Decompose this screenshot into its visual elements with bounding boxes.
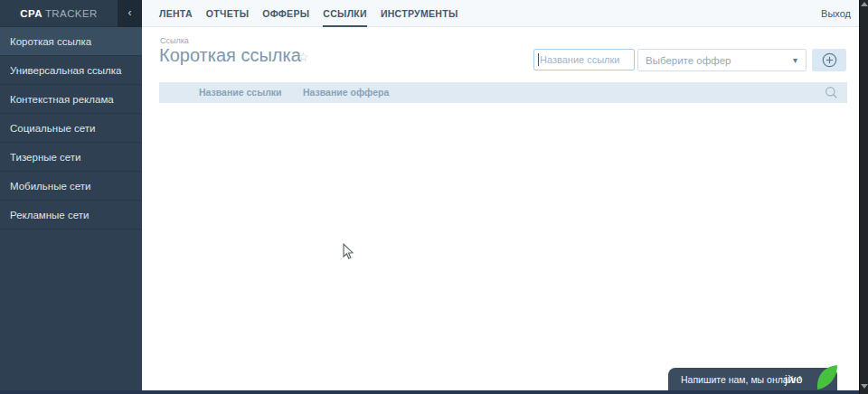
- sidebar-item-label: Рекламные сети: [10, 210, 89, 220]
- jivo-leaf-icon: [815, 363, 839, 390]
- chevron-left-icon: ‹: [128, 6, 132, 19]
- sidebar-item-universal-link[interactable]: Универсальная ссылка: [0, 56, 142, 85]
- sidebar-collapse-button[interactable]: ‹: [118, 0, 142, 27]
- logo-rest: TRACKER: [45, 8, 98, 19]
- scroll-up-arrow-icon[interactable]: [861, 2, 868, 6]
- favorite-star-icon[interactable]: ☆: [297, 50, 309, 64]
- offer-select[interactable]: Выберите оффер ▾: [637, 49, 807, 71]
- logo-bold: CPA: [20, 8, 42, 19]
- search-icon[interactable]: [825, 86, 838, 99]
- scroll-down-arrow-icon[interactable]: [861, 384, 868, 389]
- sidebar-header: CPATRACKER ‹: [0, 0, 142, 27]
- page-title: Короткая ссылка: [159, 45, 301, 66]
- sidebar-item-label: Тизерные сети: [10, 152, 81, 163]
- table-header-row: Название ссылки Название оффера: [159, 82, 847, 103]
- tab-reports[interactable]: ОТЧЕТЫ: [206, 0, 249, 27]
- window-bottom-edge: [0, 390, 860, 394]
- chevron-down-icon: ▾: [793, 50, 797, 70]
- tab-label: ССЫЛКИ: [323, 8, 367, 19]
- sidebar-item-social-nets[interactable]: Социальные сети: [0, 114, 142, 143]
- tab-bar: ЛЕНТА ОТЧЕТЫ ОФФЕРЫ ССЫЛКИ ИНСТРУМЕНТЫ: [159, 0, 471, 27]
- sidebar-item-label: Мобильные сети: [10, 181, 90, 192]
- sidebar-item-mobile-nets[interactable]: Мобильные сети: [0, 172, 142, 201]
- circled-plus-icon: [822, 52, 837, 68]
- column-header-link-name: Название ссылки: [199, 82, 282, 103]
- sidebar-item-label: Короткая ссылка: [10, 36, 91, 47]
- jivo-logo: jivo: [785, 368, 803, 391]
- column-header-offer-name: Название оффера: [303, 82, 389, 103]
- tab-offers[interactable]: ОФФЕРЫ: [262, 0, 309, 27]
- add-link-button[interactable]: [812, 49, 846, 71]
- logout-link[interactable]: Выход: [821, 0, 851, 27]
- tab-label: ОТЧЕТЫ: [206, 8, 249, 19]
- app-logo: CPATRACKER: [0, 0, 118, 27]
- tab-label: ЛЕНТА: [159, 8, 193, 19]
- link-name-input[interactable]: [533, 49, 635, 70]
- sidebar-item-context-ads[interactable]: Контекстная реклама: [0, 85, 142, 114]
- sidebar-item-label: Контекстная реклама: [10, 94, 114, 105]
- sidebar: CPATRACKER ‹ Короткая ссылка Универсальн…: [0, 0, 142, 394]
- sidebar-item-ad-nets[interactable]: Рекламные сети: [0, 201, 142, 230]
- chat-message: Напишите нам, мы онлайн!: [681, 368, 801, 391]
- offer-select-value: Выберите оффер: [646, 50, 731, 71]
- tab-links[interactable]: ССЫЛКИ: [323, 0, 367, 27]
- sidebar-item-label: Универсальная ссылка: [10, 65, 122, 76]
- text-caret: [538, 53, 539, 66]
- tab-label: ОФФЕРЫ: [262, 8, 309, 19]
- sidebar-item-teaser-nets[interactable]: Тизерные сети: [0, 143, 142, 172]
- tab-label: ИНСТРУМЕНТЫ: [381, 8, 458, 19]
- app-window: CPATRACKER ‹ Короткая ссылка Универсальн…: [0, 0, 868, 394]
- vertical-scrollbar[interactable]: [859, 0, 868, 394]
- sidebar-item-label: Социальные сети: [10, 123, 95, 134]
- breadcrumb: Ссылка: [160, 36, 189, 45]
- main-content: Ссылка Короткая ссылка ☆ Выберите оффер …: [142, 28, 859, 390]
- sidebar-item-short-link[interactable]: Короткая ссылка: [0, 27, 142, 56]
- tab-feed[interactable]: ЛЕНТА: [159, 0, 193, 27]
- top-navigation: ЛЕНТА ОТЧЕТЫ ОФФЕРЫ ССЫЛКИ ИНСТРУМЕНТЫ В…: [142, 0, 859, 27]
- tab-tools[interactable]: ИНСТРУМЕНТЫ: [381, 0, 458, 27]
